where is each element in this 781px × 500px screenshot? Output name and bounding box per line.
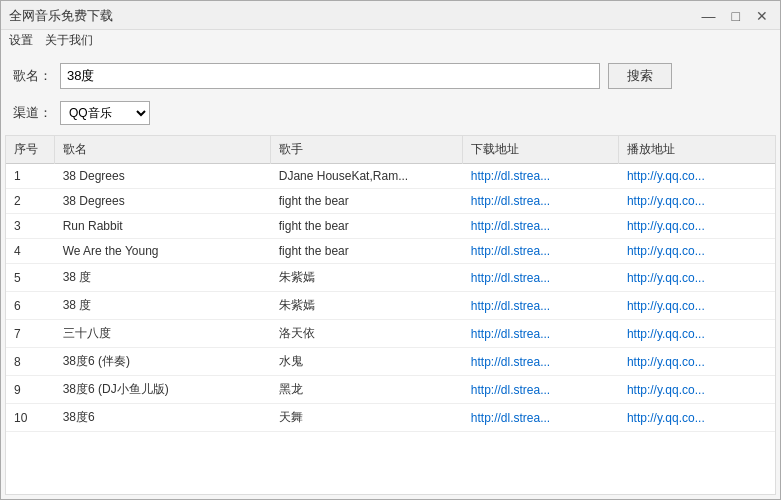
channel-label: 渠道： <box>13 104 52 122</box>
header-name: 歌名 <box>55 136 271 164</box>
cell-download[interactable]: http://dl.strea... <box>463 320 619 348</box>
header-artist: 歌手 <box>271 136 463 164</box>
cell-name: 38 度 <box>55 264 271 292</box>
menu-bar: 设置 关于我们 <box>1 30 780 53</box>
header-download: 下载地址 <box>463 136 619 164</box>
results-table: 序号 歌名 歌手 下载地址 播放地址 1 38 Degrees DJane Ho… <box>6 136 775 432</box>
cell-download[interactable]: http://dl.strea... <box>463 214 619 239</box>
cell-play[interactable]: http://y.qq.co... <box>619 164 775 189</box>
cell-name: 38 Degrees <box>55 189 271 214</box>
minimize-button[interactable]: — <box>698 9 720 23</box>
cell-download[interactable]: http://dl.strea... <box>463 164 619 189</box>
menu-about[interactable]: 关于我们 <box>45 32 93 49</box>
table-row[interactable]: 2 38 Degrees fight the bear http://dl.st… <box>6 189 775 214</box>
cell-num: 7 <box>6 320 55 348</box>
table-row[interactable]: 3 Run Rabbit fight the bear http://dl.st… <box>6 214 775 239</box>
cell-download[interactable]: http://dl.strea... <box>463 404 619 432</box>
table-row[interactable]: 6 38 度 朱紫嫣 http://dl.strea... http://y.q… <box>6 292 775 320</box>
cell-play[interactable]: http://y.qq.co... <box>619 214 775 239</box>
table-row[interactable]: 10 38度6 天舞 http://dl.strea... http://y.q… <box>6 404 775 432</box>
cell-num: 1 <box>6 164 55 189</box>
cell-name: 38度6 (DJ小鱼儿版) <box>55 376 271 404</box>
cell-download[interactable]: http://dl.strea... <box>463 189 619 214</box>
cell-num: 9 <box>6 376 55 404</box>
cell-num: 10 <box>6 404 55 432</box>
cell-artist: 天舞 <box>271 404 463 432</box>
cell-play[interactable]: http://y.qq.co... <box>619 348 775 376</box>
title-bar: 全网音乐免费下载 — □ ✕ <box>1 1 780 30</box>
search-input[interactable] <box>60 63 600 89</box>
cell-artist: 水鬼 <box>271 348 463 376</box>
cell-artist: DJane HouseKat,Ram... <box>271 164 463 189</box>
cell-artist: 朱紫嫣 <box>271 264 463 292</box>
close-button[interactable]: ✕ <box>752 9 772 23</box>
cell-name: We Are the Young <box>55 239 271 264</box>
cell-artist: fight the bear <box>271 214 463 239</box>
cell-artist: fight the bear <box>271 189 463 214</box>
table-row[interactable]: 5 38 度 朱紫嫣 http://dl.strea... http://y.q… <box>6 264 775 292</box>
cell-artist: 洛天依 <box>271 320 463 348</box>
cell-num: 6 <box>6 292 55 320</box>
cell-artist: 黑龙 <box>271 376 463 404</box>
maximize-button[interactable]: □ <box>728 9 744 23</box>
cell-play[interactable]: http://y.qq.co... <box>619 189 775 214</box>
window-controls: — □ ✕ <box>698 9 772 23</box>
cell-name: 38度6 (伴奏) <box>55 348 271 376</box>
cell-name: 38度6 <box>55 404 271 432</box>
cell-download[interactable]: http://dl.strea... <box>463 264 619 292</box>
cell-download[interactable]: http://dl.strea... <box>463 348 619 376</box>
cell-name: 38 Degrees <box>55 164 271 189</box>
table-header-row: 序号 歌名 歌手 下载地址 播放地址 <box>6 136 775 164</box>
cell-num: 3 <box>6 214 55 239</box>
table-row[interactable]: 8 38度6 (伴奏) 水鬼 http://dl.strea... http:/… <box>6 348 775 376</box>
cell-download[interactable]: http://dl.strea... <box>463 376 619 404</box>
cell-num: 2 <box>6 189 55 214</box>
search-button[interactable]: 搜索 <box>608 63 672 89</box>
cell-num: 5 <box>6 264 55 292</box>
cell-name: 38 度 <box>55 292 271 320</box>
cell-artist: 朱紫嫣 <box>271 292 463 320</box>
cell-play[interactable]: http://y.qq.co... <box>619 292 775 320</box>
header-play: 播放地址 <box>619 136 775 164</box>
cell-download[interactable]: http://dl.strea... <box>463 239 619 264</box>
cell-num: 4 <box>6 239 55 264</box>
cell-play[interactable]: http://y.qq.co... <box>619 320 775 348</box>
cell-play[interactable]: http://y.qq.co... <box>619 264 775 292</box>
header-num: 序号 <box>6 136 55 164</box>
table-row[interactable]: 7 三十八度 洛天依 http://dl.strea... http://y.q… <box>6 320 775 348</box>
results-table-container[interactable]: 序号 歌名 歌手 下载地址 播放地址 1 38 Degrees DJane Ho… <box>5 135 776 495</box>
cell-play[interactable]: http://y.qq.co... <box>619 376 775 404</box>
cell-play[interactable]: http://y.qq.co... <box>619 404 775 432</box>
menu-settings[interactable]: 设置 <box>9 32 33 49</box>
table-row[interactable]: 1 38 Degrees DJane HouseKat,Ram... http:… <box>6 164 775 189</box>
channel-row: 渠道： QQ音乐 网易云音乐 酷狗音乐 虾米音乐 <box>1 97 780 135</box>
cell-artist: fight the bear <box>271 239 463 264</box>
search-toolbar: 歌名： 搜索 <box>1 53 780 97</box>
table-row[interactable]: 9 38度6 (DJ小鱼儿版) 黑龙 http://dl.strea... ht… <box>6 376 775 404</box>
cell-play[interactable]: http://y.qq.co... <box>619 239 775 264</box>
cell-name: Run Rabbit <box>55 214 271 239</box>
channel-select[interactable]: QQ音乐 网易云音乐 酷狗音乐 虾米音乐 <box>60 101 150 125</box>
cell-download[interactable]: http://dl.strea... <box>463 292 619 320</box>
cell-name: 三十八度 <box>55 320 271 348</box>
table-row[interactable]: 4 We Are the Young fight the bear http:/… <box>6 239 775 264</box>
song-label: 歌名： <box>13 67 52 85</box>
cell-num: 8 <box>6 348 55 376</box>
main-window: 全网音乐免费下载 — □ ✕ 设置 关于我们 歌名： 搜索 渠道： QQ音乐 网… <box>0 0 781 500</box>
window-title: 全网音乐免费下载 <box>9 7 113 25</box>
